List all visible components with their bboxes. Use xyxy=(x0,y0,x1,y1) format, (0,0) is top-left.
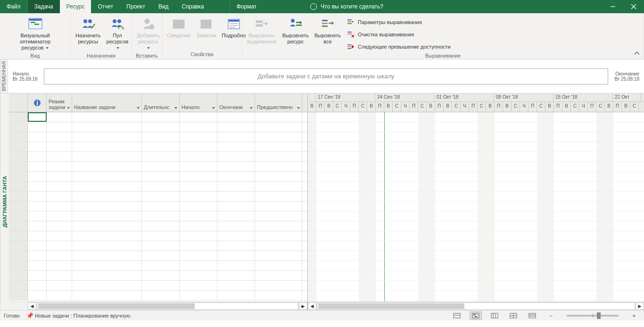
gantt-week-header[interactable] xyxy=(308,93,316,101)
table-row[interactable] xyxy=(9,231,307,241)
col-start[interactable]: Начало xyxy=(180,93,217,112)
zoom-out-button[interactable]: − xyxy=(545,311,557,320)
gantt-day-header[interactable]: С xyxy=(478,102,486,112)
gantt-day-header[interactable]: В xyxy=(605,102,613,112)
close-button[interactable] xyxy=(623,0,644,13)
table-row[interactable] xyxy=(9,211,307,221)
table-row[interactable] xyxy=(9,142,307,152)
col-end[interactable]: Окончани xyxy=(217,93,255,112)
gantt-day-header[interactable]: П xyxy=(410,102,418,112)
view-shortcut-4[interactable] xyxy=(507,311,520,320)
col-mode[interactable]: Режим задачи xyxy=(47,93,72,112)
view-shortcut-2[interactable] xyxy=(470,311,482,320)
table-row[interactable] xyxy=(9,152,307,162)
gantt-hscroll-left[interactable]: ◄ xyxy=(308,302,316,310)
gantt-day-header[interactable]: С xyxy=(333,102,342,112)
gantt-day-header[interactable]: С xyxy=(537,102,545,112)
timeline-bar[interactable]: Добавьте задачи с датами на временную шк… xyxy=(44,68,608,84)
gantt-day-header[interactable]: Ч xyxy=(579,102,588,112)
col-rownum[interactable] xyxy=(9,93,28,112)
table-row[interactable] xyxy=(9,271,307,281)
gantt-day-header[interactable]: С xyxy=(630,102,639,112)
gantt-hscroll-right[interactable]: ► xyxy=(636,302,644,310)
table-row[interactable] xyxy=(9,291,307,301)
gantt-day-header[interactable]: П xyxy=(350,102,359,112)
table-row[interactable] xyxy=(9,192,307,201)
gantt-day-header[interactable]: В xyxy=(486,102,495,112)
hscroll-track-left[interactable] xyxy=(37,302,298,310)
gantt-day-header[interactable]: В xyxy=(622,102,630,112)
table-row[interactable] xyxy=(9,251,307,261)
zoom-slider[interactable] xyxy=(567,315,619,317)
col-name[interactable]: Название задачи xyxy=(72,93,142,112)
clear-leveling-button[interactable]: Очистка выравнивания xyxy=(345,29,452,40)
gantt-day-header[interactable]: С xyxy=(596,102,605,112)
gantt-week-header[interactable]: 01 Окт '18 xyxy=(435,93,494,101)
tab-help[interactable]: Справка xyxy=(175,0,211,13)
assign-resources-button[interactable]: Назначить ресурсы xyxy=(74,15,103,46)
gantt-day-header[interactable]: В xyxy=(503,102,512,112)
gantt-day-header[interactable]: В xyxy=(444,102,452,112)
gantt-day-header[interactable]: П xyxy=(495,102,503,112)
gantt-day-header[interactable]: В xyxy=(427,102,435,112)
level-all-button[interactable]: Выровнять все xyxy=(313,15,343,46)
gantt-day-header[interactable]: С xyxy=(452,102,461,112)
gantt-day-header[interactable]: С xyxy=(512,102,520,112)
col-info[interactable] xyxy=(28,93,47,112)
gantt-day-header[interactable]: В xyxy=(562,102,571,112)
gantt-day-header[interactable]: В xyxy=(367,102,376,112)
collapse-ribbon-button[interactable] xyxy=(634,50,640,57)
gantt-day-header[interactable]: В xyxy=(384,102,393,112)
tab-format[interactable]: Формат xyxy=(230,0,264,13)
table-row[interactable] xyxy=(9,112,307,122)
table-row[interactable] xyxy=(9,172,307,182)
gantt-day-header[interactable]: Ч xyxy=(401,102,410,112)
gantt-day-header[interactable]: П xyxy=(435,102,444,112)
gantt-day-header[interactable]: С xyxy=(359,102,367,112)
gantt-day-header[interactable]: Ч xyxy=(520,102,528,112)
gantt-day-header[interactable]: П xyxy=(316,102,325,112)
table-row[interactable] xyxy=(9,122,307,132)
visual-optimizer-button[interactable]: Визуальный оптимизатор ресурсов xyxy=(3,15,67,52)
gantt-week-header[interactable]: 15 Окт '18 xyxy=(553,93,613,101)
tab-project[interactable]: Проект xyxy=(120,0,152,13)
tab-file[interactable]: Файл xyxy=(0,0,28,13)
col-pred[interactable]: Предшественн xyxy=(255,93,302,112)
table-row[interactable] xyxy=(9,201,307,211)
col-duration[interactable]: Длительнс xyxy=(142,93,180,112)
gantt-day-header[interactable]: В xyxy=(545,102,554,112)
gantt-day-header[interactable]: П xyxy=(613,102,622,112)
hscroll-right-button[interactable]: ► xyxy=(299,302,307,310)
hscroll-left-button[interactable]: ◄ xyxy=(28,302,36,310)
resource-pool-button[interactable]: Пул ресурсов xyxy=(105,15,131,52)
table-row[interactable] xyxy=(9,281,307,291)
view-shortcut-1[interactable] xyxy=(451,311,463,320)
zoom-in-button[interactable]: + xyxy=(628,311,640,320)
gantt-week-header[interactable]: 08 Окт '18 xyxy=(494,93,553,101)
next-overallocation-button[interactable]: Следующее превышение доступности xyxy=(345,42,452,52)
gantt-day-header[interactable]: С xyxy=(418,102,427,112)
view-shortcut-5[interactable] xyxy=(526,311,538,320)
leveling-options-button[interactable]: Параметры выравнивания xyxy=(345,17,452,27)
gantt-week-header[interactable]: 17 Сен '18 xyxy=(316,93,375,101)
table-row[interactable] xyxy=(9,241,307,251)
tab-task[interactable]: Задача xyxy=(28,0,60,13)
gantt-day-header[interactable]: С xyxy=(393,102,401,112)
gantt-day-header[interactable]: П xyxy=(528,102,537,112)
tellme-search[interactable] xyxy=(305,0,603,13)
gantt-day-header[interactable]: С xyxy=(571,102,579,112)
table-row[interactable] xyxy=(9,221,307,231)
gantt-day-header[interactable]: П xyxy=(554,102,562,112)
gantt-day-header[interactable]: П xyxy=(376,102,384,112)
table-row[interactable] xyxy=(9,182,307,192)
gantt-day-header[interactable]: Ч xyxy=(342,102,350,112)
gantt-day-header[interactable]: П xyxy=(588,102,596,112)
table-row[interactable] xyxy=(9,132,307,142)
gantt-hscroll-track[interactable] xyxy=(317,302,635,310)
level-resource-button[interactable]: Выровнять ресурс xyxy=(281,15,311,46)
gantt-week-header[interactable]: 22 Окт xyxy=(613,93,641,101)
minimize-button[interactable] xyxy=(603,0,623,13)
gantt-day-header[interactable]: В xyxy=(308,102,316,112)
gantt-day-header[interactable]: Ч xyxy=(461,102,469,112)
tab-report[interactable]: Отчет xyxy=(91,0,120,13)
